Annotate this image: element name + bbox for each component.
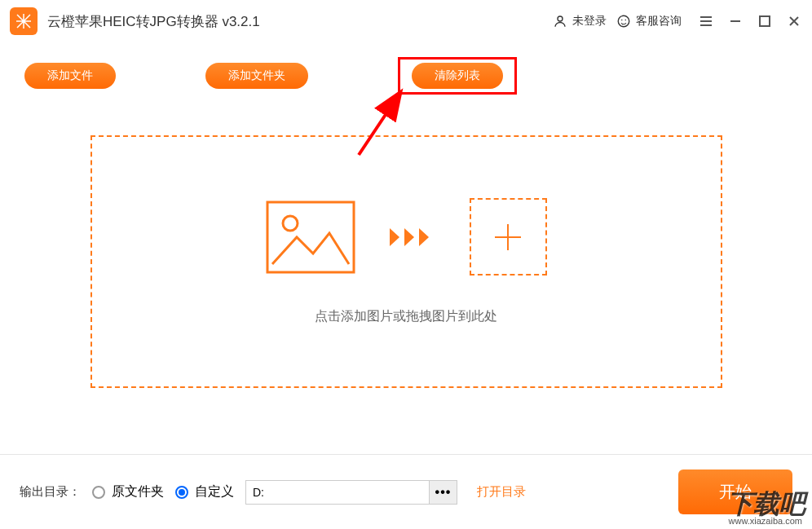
radio-custom-label: 自定义: [195, 483, 234, 500]
logo-icon: [15, 12, 33, 30]
user-icon: [553, 14, 567, 29]
close-button[interactable]: [786, 13, 802, 29]
svg-rect-5: [760, 16, 770, 26]
browse-button[interactable]: •••: [429, 481, 457, 504]
customer-support[interactable]: 客服咨询: [616, 14, 682, 29]
titlebar: 云橙苹果HEIC转JPG转换器 v3.2.1 未登录 客服咨询: [0, 0, 812, 42]
maximize-icon: [758, 15, 771, 28]
minimize-button[interactable]: [727, 13, 744, 29]
radio-original-folder[interactable]: 原文件夹: [92, 483, 164, 500]
radio-original-label: 原文件夹: [112, 483, 164, 500]
login-status[interactable]: 未登录: [553, 14, 607, 29]
svg-point-9: [283, 216, 298, 231]
toolbar: 添加文件 添加文件夹 清除列表: [0, 42, 812, 103]
menu-button[interactable]: [698, 13, 714, 29]
minimize-icon: [729, 15, 742, 28]
annotation-highlight: 清除列表: [398, 57, 517, 95]
dropzone-icons: [266, 198, 547, 276]
app-logo: [10, 7, 38, 35]
add-folder-button[interactable]: 添加文件夹: [205, 63, 308, 89]
dropzone-hint: 点击添加图片或拖拽图片到此处: [315, 308, 497, 325]
window-controls: [698, 13, 802, 29]
titlebar-right: 未登录 客服咨询: [553, 13, 802, 29]
output-path-field: •••: [245, 480, 457, 505]
maximize-button[interactable]: [757, 13, 773, 29]
svg-point-1: [558, 16, 563, 21]
radio-icon-checked: [175, 486, 188, 499]
close-icon: [788, 15, 801, 28]
output-label: 输出目录：: [20, 484, 81, 500]
login-status-label: 未登录: [572, 14, 607, 29]
chevrons-right-icon: [388, 225, 437, 249]
radio-custom-folder[interactable]: 自定义: [175, 483, 234, 500]
dropzone-wrapper: 点击添加图片或拖拽图片到此处: [0, 103, 812, 404]
svg-point-3: [621, 20, 623, 21]
smile-icon: [616, 14, 631, 29]
hamburger-icon: [699, 14, 713, 29]
dropzone[interactable]: 点击添加图片或拖拽图片到此处: [90, 135, 722, 388]
app-title: 云橙苹果HEIC转JPG转换器 v3.2.1: [47, 12, 260, 31]
svg-point-2: [618, 15, 629, 27]
output-path-input[interactable]: [246, 481, 429, 504]
svg-rect-8: [267, 202, 354, 272]
clear-list-button[interactable]: 清除列表: [412, 63, 503, 89]
start-button[interactable]: 开始: [678, 469, 792, 514]
radio-icon: [92, 486, 105, 499]
image-placeholder-icon: [266, 201, 355, 274]
plus-icon: [490, 219, 526, 255]
support-label: 客服咨询: [636, 14, 682, 29]
open-directory-link[interactable]: 打开目录: [477, 484, 526, 500]
bottom-bar: 输出目录： 原文件夹 自定义 ••• 打开目录 开始: [0, 454, 812, 529]
svg-point-4: [625, 20, 627, 21]
add-file-button[interactable]: 添加文件: [24, 63, 116, 89]
add-box[interactable]: [470, 198, 547, 276]
